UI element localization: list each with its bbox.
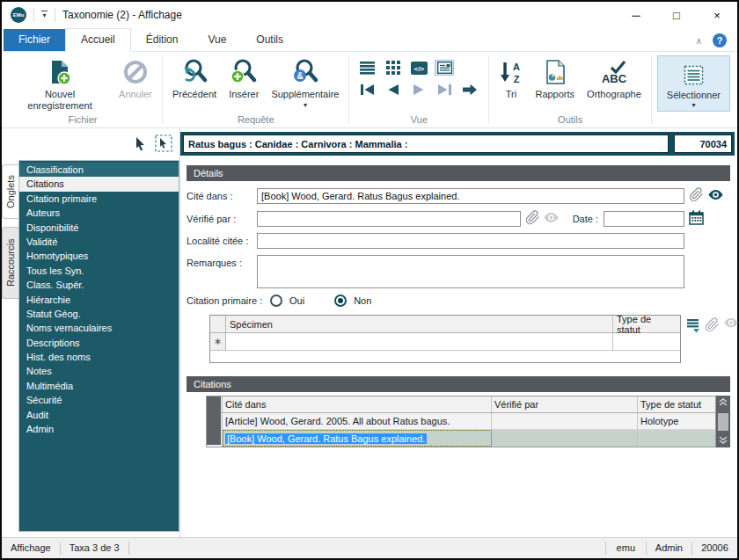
svg-text:</>: </> (414, 64, 425, 72)
select-button[interactable]: Sélectionner ▾ (657, 55, 730, 112)
vertical-tab-raccourcis[interactable]: Raccourcis (2, 227, 18, 299)
status-type-cell-empty[interactable] (613, 333, 680, 351)
scroll-down-icon[interactable] (719, 435, 728, 446)
primary-citation-label: Citation primaire : (187, 295, 270, 306)
calendar-icon[interactable] (689, 210, 704, 227)
sort-button[interactable]: AZ Tri (493, 55, 529, 101)
specimen-column-header[interactable]: Spécimen (226, 316, 613, 332)
sidebar-vertical-tabs: Onglets Raccourcis (2, 160, 18, 532)
form-view-icon[interactable] (435, 60, 454, 76)
reports-button[interactable]: Rapports (529, 55, 581, 101)
sidebar-item-tous-les-syn[interactable]: Tous les Syn. (19, 264, 179, 278)
scroll-up-icon[interactable] (719, 397, 728, 408)
collapse-ribbon-icon[interactable]: ∧ (696, 36, 702, 46)
status-type-cell[interactable] (638, 430, 715, 447)
marquee-select-icon[interactable] (155, 135, 172, 154)
new-record-label: Nouvel enregistrement (13, 89, 106, 112)
pointer-tool-icon[interactable] (134, 136, 147, 153)
table-scrollbar[interactable] (716, 396, 730, 447)
radio-selected-icon[interactable] (334, 295, 347, 307)
sidebar-item-notes[interactable]: Notes (19, 364, 179, 378)
date-input[interactable] (604, 211, 684, 227)
status-type-cell[interactable]: Holotype (638, 413, 715, 429)
previous-search-button[interactable]: Précédent (166, 55, 223, 101)
sidebar-item-citation-primaire[interactable]: Citation primaire (19, 192, 179, 206)
view-attachment-eye-icon[interactable] (707, 189, 724, 202)
sidebar-item-homotypiques[interactable]: Homotypiques (19, 249, 179, 263)
specimen-grid-area: Spécimen Type de statut ∗ (209, 315, 730, 363)
grid-view-icon[interactable] (384, 60, 403, 76)
scroll-thumb[interactable] (718, 413, 728, 431)
sidebar-item-audit[interactable]: Audit (19, 408, 179, 422)
code-view-icon[interactable]: </> (409, 60, 428, 76)
tab-fichier[interactable]: Fichier (4, 29, 65, 51)
attachment-icon[interactable] (689, 187, 704, 204)
cancel-button[interactable]: Annuler (113, 55, 158, 101)
sidebar-item-securite[interactable]: Sécurité (19, 393, 179, 407)
tab-outils[interactable]: Outils (241, 29, 298, 51)
verified-by-column-header[interactable]: Vérifié par (492, 396, 638, 412)
view-attachment-eye-icon-disabled[interactable] (543, 212, 560, 225)
primary-citation-yes-option[interactable]: Oui (270, 295, 304, 307)
left-column: Onglets Raccourcis Classification Citati… (2, 128, 179, 537)
sidebar-item-disponibilite[interactable]: Disponibilité (19, 221, 179, 235)
primary-citation-no-option[interactable]: Non (334, 295, 371, 307)
spelling-button[interactable]: ABC Orthographe (581, 55, 648, 101)
sidebar-item-hist-des-noms[interactable]: Hist. des noms (19, 350, 179, 364)
group-label-requete: Requête (166, 113, 345, 127)
status-type-column-header[interactable]: Type de statut (613, 316, 680, 332)
previous-record-icon[interactable] (384, 82, 403, 98)
maximize-button[interactable]: □ (656, 2, 697, 28)
tab-vue[interactable]: Vue (193, 29, 241, 51)
status-connection: 20006 (691, 542, 737, 555)
sidebar-item-auteurs[interactable]: Auteurs (19, 206, 179, 220)
verified-by-cell[interactable] (492, 413, 638, 429)
search-insert-icon (230, 55, 258, 89)
vertical-tab-onglets[interactable]: Onglets (2, 164, 18, 219)
sidebar-item-validite[interactable]: Validité (19, 235, 179, 249)
attachment-icon[interactable] (525, 210, 540, 227)
cited-in-input[interactable] (257, 188, 684, 204)
chevron-down-icon: ▾ (691, 101, 695, 109)
next-record-icon[interactable] (409, 82, 428, 98)
verified-by-input[interactable] (257, 211, 521, 227)
citation-row-1[interactable]: 1 [Article] Wood, Gerard. 2005. All abou… (207, 413, 715, 430)
cited-locality-input[interactable] (257, 233, 684, 249)
sidebar-item-admin[interactable]: Admin (19, 422, 179, 436)
view-attachment-eye-icon-disabled[interactable] (723, 317, 739, 330)
cited-in-cell-selected[interactable]: [Book] Wood, Gerard. Ratus Bagus explain… (223, 430, 492, 447)
goto-record-icon[interactable] (460, 82, 479, 98)
citation-row-2-selected[interactable]: 2 [Book] Wood, Gerard. Ratus Bagus expla… (207, 430, 715, 447)
first-record-icon[interactable] (358, 82, 377, 98)
sidebar-item-descriptions[interactable]: Descriptions (19, 336, 179, 350)
additional-search-button[interactable]: & Supplémentaire ▾ (265, 55, 345, 111)
help-icon[interactable]: ? (713, 33, 727, 47)
status-type-column-header[interactable]: Type de statut (638, 396, 715, 412)
specimen-cell-empty[interactable] (226, 333, 613, 351)
reports-label: Rapports (535, 89, 574, 100)
verified-by-cell[interactable] (492, 430, 638, 447)
quick-access-dropdown[interactable]: ▾ (41, 11, 48, 19)
list-view-icon[interactable] (358, 60, 377, 76)
sidebar-item-classification[interactable]: Classification (19, 163, 179, 177)
remarks-textarea[interactable] (257, 255, 684, 288)
sidebar-item-noms-vernaculaires[interactable]: Noms vernaculaires (19, 321, 179, 335)
close-button[interactable]: × (697, 2, 737, 28)
sidebar-item-statut-geog[interactable]: Statut Géog. (19, 307, 179, 321)
sidebar-item-citations[interactable]: Citations (19, 177, 179, 191)
grid-fill-down-icon[interactable] (685, 317, 701, 335)
new-record-button[interactable]: Nouvel enregistrement (7, 55, 113, 113)
tab-accueil[interactable]: Accueil (65, 28, 131, 52)
status-mode: Affichage (2, 542, 61, 555)
sidebar-item-class-super[interactable]: Class. Supér. (19, 278, 179, 292)
cited-in-cell[interactable]: [Article] Wood, Gerard. 2005. All about … (223, 413, 492, 429)
minimize-button[interactable]: ─ (616, 2, 656, 28)
last-record-icon[interactable] (435, 82, 454, 98)
attachment-icon-disabled[interactable] (705, 317, 720, 334)
sidebar-item-multimedia[interactable]: Multimédia (19, 379, 179, 393)
insert-button[interactable]: Insérer (223, 55, 265, 101)
tab-edition[interactable]: Édition (131, 29, 194, 51)
sidebar-item-hierarchie[interactable]: Hiérarchie (19, 293, 179, 307)
cited-in-column-header[interactable]: Cité dans (223, 396, 492, 412)
radio-unselected-icon[interactable] (270, 295, 282, 307)
